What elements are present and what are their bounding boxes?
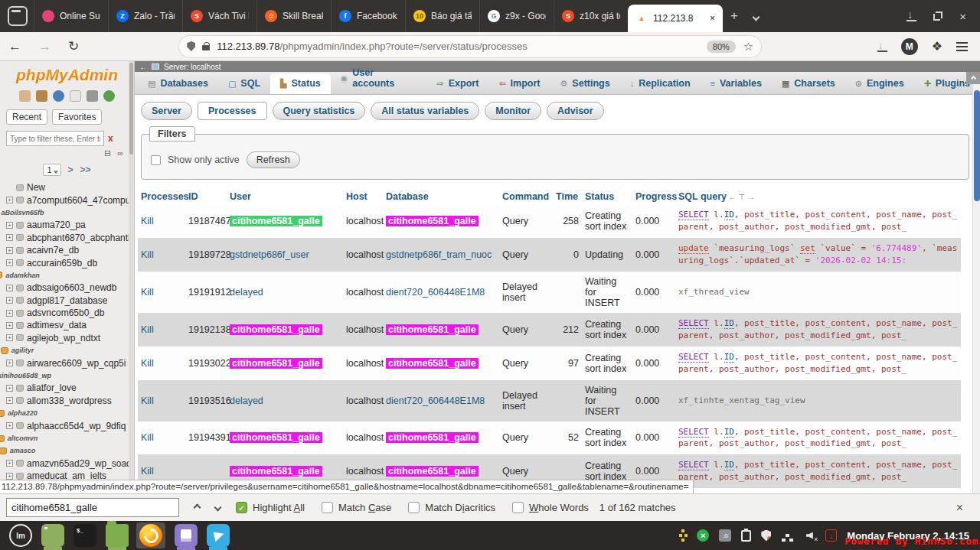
lock-icon[interactable]	[202, 45, 210, 50]
files-launcher[interactable]	[106, 524, 129, 547]
sql-query-cell[interactable]: SELECT l.ID, post_title, post_content, p…	[675, 204, 961, 238]
text-editor-launcher[interactable]	[175, 524, 198, 547]
new-tab-button[interactable]: +	[723, 8, 746, 24]
tracking-protection-icon[interactable]	[187, 41, 195, 51]
main-scrollbar[interactable]	[972, 84, 980, 493]
zoom-badge[interactable]: 80%	[707, 41, 736, 53]
sidebar-db-abcphant6870_abcphanthiet[interactable]: +abcphant6870_abcphanthiet	[6, 232, 134, 244]
database-highlighted[interactable]: citihome6581_galle	[386, 216, 479, 226]
tab-sql[interactable]: ▢SQL	[218, 73, 270, 94]
logout-icon[interactable]	[36, 90, 47, 102]
sidebar-db-adgpl817_database[interactable]: +adgpl817_database	[6, 295, 134, 307]
sidebar-db-aliatfor_love[interactable]: +aliatfor_love	[6, 382, 134, 394]
col-time[interactable]: Time	[553, 189, 582, 204]
sidebar-db-agilejob_wp_ndtxt[interactable]: +agilejob_wp_ndtxt	[6, 332, 134, 344]
documentation-icon[interactable]	[70, 90, 81, 102]
db-filter-input[interactable]	[6, 131, 104, 146]
col-status[interactable]: Status	[582, 189, 632, 204]
expand-icon[interactable]: +	[6, 360, 13, 366]
tab-user-accounts[interactable]: ◉User accounts	[331, 63, 427, 94]
find-option-i[interactable]: Match Diacritics	[408, 502, 495, 513]
kill-link[interactable]: Kill	[141, 287, 154, 298]
subtab-monitor[interactable]: Monitor	[485, 102, 541, 120]
sidebar-db-alpha220[interactable]: +alpha220	[6, 407, 18, 419]
tab-export[interactable]: ⇨Export	[427, 73, 489, 94]
user-link[interactable]: delayed	[230, 395, 263, 406]
user-link[interactable]: gstdnetp686f_user	[230, 249, 309, 260]
col-user[interactable]: User	[227, 189, 343, 204]
last-page-link[interactable]: >>	[80, 164, 91, 175]
expand-icon[interactable]: +	[6, 322, 13, 329]
scroll-top-button[interactable]	[966, 72, 980, 84]
tab-engines[interactable]: ⊙Engines	[845, 73, 914, 94]
database-link[interactable]: dient720_606448E1M8	[386, 287, 485, 298]
user-link[interactable]: delayed	[230, 287, 263, 298]
list-tabs-button[interactable]	[746, 8, 766, 24]
sidebar-db-acaivn7e_db[interactable]: +acaivn7e_db	[6, 244, 134, 256]
find-option-w[interactable]: Whole Words	[512, 502, 589, 513]
user-highlighted[interactable]: citihome6581_galle	[230, 216, 322, 226]
checkbox[interactable]	[322, 502, 333, 513]
tab-databases[interactable]: ▤Databases	[138, 73, 218, 94]
find-next-icon[interactable]	[214, 504, 222, 512]
tray-x-icon[interactable]: ×	[697, 529, 709, 542]
settings-gear-icon[interactable]	[87, 90, 98, 102]
sidebar-scrollbar[interactable]	[129, 61, 134, 493]
favorites-dropdown[interactable]: Favorites	[52, 109, 102, 125]
database-highlighted[interactable]: citihome6581_galle	[386, 358, 479, 369]
expand-icon[interactable]: +	[6, 234, 13, 241]
next-page-link[interactable]: >	[68, 164, 74, 175]
reload-button[interactable]: ↻	[60, 38, 87, 54]
close-findbar-icon[interactable]: ×	[956, 501, 980, 515]
sidebar-db-adsvncom65b0_db[interactable]: +adsvncom65b0_db	[6, 307, 134, 319]
kill-link[interactable]: Kill	[141, 466, 154, 477]
reload-navigation-icon[interactable]	[103, 90, 115, 102]
sql-query-cell[interactable]: xf_tinhte_xentag_tag_view	[675, 380, 961, 421]
col-id[interactable]: ID	[185, 189, 227, 204]
user-highlighted[interactable]: citihome6581_galle	[230, 432, 322, 443]
browser-tab-3[interactable]: ☺Skill Breakdo	[256, 0, 331, 32]
security-shield-icon[interactable]	[761, 530, 771, 542]
browser-tab-6[interactable]: Gz9x - Google	[479, 0, 554, 32]
firefox-view-button[interactable]	[8, 6, 28, 26]
firefox-launcher-active[interactable]	[136, 522, 165, 548]
tab-status[interactable]: ▙Status	[270, 73, 331, 94]
checkbox[interactable]	[512, 502, 524, 513]
col-command[interactable]: Command	[499, 189, 553, 204]
expand-icon[interactable]: +	[6, 222, 13, 229]
downloads-button[interactable]	[878, 41, 887, 52]
expand-icon[interactable]: +	[6, 259, 13, 266]
find-option-c[interactable]: Match Case	[322, 502, 391, 513]
sql-query-cell[interactable]: SELECT l.ID, post_title, post_content, p…	[675, 347, 961, 380]
page-select[interactable]: 1	[43, 164, 60, 176]
collapse-all-icon[interactable]: ⊟	[104, 148, 111, 158]
expand-icon[interactable]: +	[6, 310, 13, 317]
clear-filter-icon[interactable]: x	[108, 133, 113, 144]
subtab-query-statistics[interactable]: Query statistics	[273, 102, 366, 120]
sql-query-cell[interactable]: SELECT l.ID, post_title, post_content, p…	[675, 454, 961, 488]
kill-link[interactable]: Kill	[141, 324, 154, 335]
tab-variables[interactable]: ≡Variables	[701, 73, 772, 94]
terminal-launcher[interactable]: $_	[74, 524, 96, 547]
sidebar-db-accurain659b_db[interactable]: +accurain659b_db	[6, 256, 134, 268]
expand-icon[interactable]: +	[6, 247, 13, 254]
menu-button[interactable]	[956, 46, 968, 47]
col-sql-query[interactable]: SQL query ← ⊤ →	[675, 189, 961, 204]
address-field[interactable]: 112.213.89.78/phpmyadmin/index.php?route…	[179, 36, 761, 57]
col-host[interactable]: Host	[343, 189, 383, 204]
expand-icon[interactable]: +	[6, 473, 13, 480]
subtab-all-status-variables[interactable]: All status variables	[371, 102, 479, 120]
find-input[interactable]	[6, 498, 179, 517]
col-database[interactable]: Database	[383, 189, 499, 204]
expand-icon[interactable]: +	[6, 285, 13, 291]
checkbox[interactable]	[408, 502, 420, 513]
docs-icon[interactable]	[53, 90, 64, 102]
refresh-button[interactable]: Refresh	[247, 151, 300, 168]
kill-link[interactable]: Kill	[141, 432, 154, 443]
sidebar-db-akinihou65d8_wp[interactable]: +akinihou65d8_wp	[6, 369, 18, 382]
extensions-icon[interactable]: ❖	[932, 39, 942, 54]
sidebar-db-allom338_wordpress[interactable]: +allom338_wordpress	[6, 395, 134, 407]
link-with-main-icon[interactable]: ∞	[117, 148, 123, 158]
user-highlighted[interactable]: citihome6581_galle	[230, 324, 322, 335]
database-link[interactable]: gstdnetp686f_tram_nuoc	[386, 249, 492, 260]
